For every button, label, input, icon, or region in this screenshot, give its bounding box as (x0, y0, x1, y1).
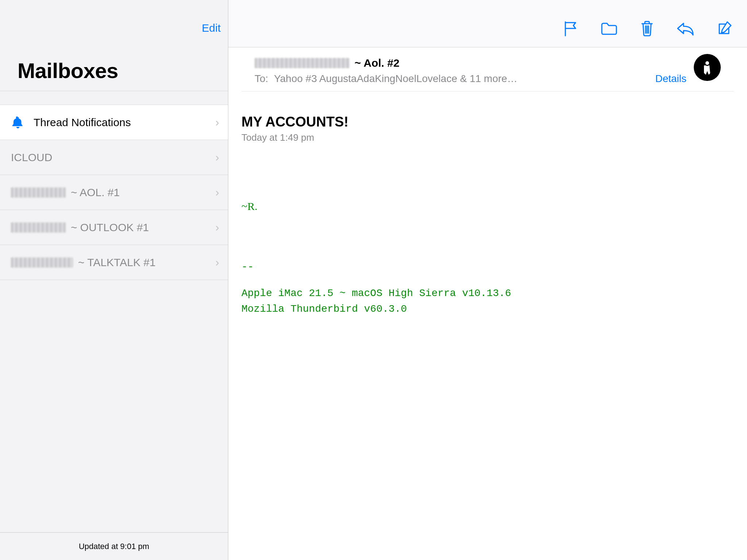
sidebar-item-aol[interactable]: ~ AOL. #1 › (0, 175, 228, 210)
to-recipients: Yahoo #3 AugustaAdaKingNoelLovelace & 11… (274, 73, 517, 84)
folder-icon[interactable] (600, 21, 618, 37)
message-body: ~R. -- Apple iMac 21.5 ~ macOS High Sier… (241, 143, 734, 317)
sidebar-header: Edit Mailboxes (0, 0, 228, 91)
redacted-text (11, 257, 73, 268)
sidebar-item-talktalk[interactable]: ~ TALKTALK #1 › (0, 245, 228, 280)
sidebar-item-label: ~ TALKTALK #1 (78, 256, 156, 269)
sidebar-item-thread-notifications[interactable]: Thread Notifications › (0, 105, 228, 140)
message-pane: ~ Aol. #2 To: Yahoo #3 AugustaAdaKingNoe… (228, 0, 747, 560)
compose-icon[interactable] (716, 20, 732, 38)
body-sig-line1: Apple iMac 21.5 ~ macOS High Sierra v10.… (241, 285, 734, 301)
from-suffix: ~ Aol. #2 (355, 57, 399, 69)
body-signature-name: ~R. (241, 198, 734, 215)
details-button[interactable]: Details (655, 73, 686, 85)
sidebar-item-label: ICLOUD (11, 151, 52, 164)
redacted-text (11, 222, 66, 233)
redacted-sender (255, 58, 349, 68)
sidebar-footer: Updated at 9:01 pm (0, 532, 228, 560)
sidebar-spacer (0, 91, 228, 105)
to-label: To: (255, 73, 268, 84)
redacted-text (11, 187, 66, 198)
message-header: ~ Aol. #2 To: Yahoo #3 AugustaAdaKingNoe… (241, 47, 734, 92)
sidebar-item-icloud[interactable]: ICLOUD › (0, 140, 228, 175)
from-row[interactable]: ~ Aol. #2 (255, 57, 721, 69)
body-sig-line2: Mozilla Thunderbird v60.3.0 (241, 301, 734, 317)
edit-button[interactable]: Edit (202, 22, 221, 34)
chevron-right-icon: › (215, 116, 219, 129)
sidebar-item-outlook[interactable]: ~ OUTLOOK #1 › (0, 210, 228, 245)
subject-block: MY ACCOUNTS! Today at 1:49 pm (241, 92, 734, 143)
chevron-right-icon: › (215, 221, 219, 234)
message-date: Today at 1:49 pm (241, 132, 734, 143)
reply-icon[interactable] (676, 21, 694, 37)
message-subject: MY ACCOUNTS! (241, 114, 734, 130)
bell-icon (11, 116, 25, 129)
status-text: Updated at 9:01 pm (79, 542, 149, 551)
page-title: Mailboxes (18, 58, 118, 83)
chevron-right-icon: › (215, 186, 219, 199)
chevron-right-icon: › (215, 151, 219, 164)
avatar[interactable] (694, 54, 721, 81)
sidebar-item-label: Thread Notifications (34, 116, 131, 129)
sidebar: Edit Mailboxes Thread Notifications › IC… (0, 0, 228, 560)
chevron-right-icon: › (215, 256, 219, 269)
message-toolbar (228, 0, 747, 47)
flag-icon[interactable] (563, 20, 578, 38)
sidebar-item-label: ~ AOL. #1 (71, 186, 120, 199)
svg-point-0 (705, 61, 709, 65)
svg-rect-1 (704, 65, 705, 73)
sidebar-item-label: ~ OUTLOOK #1 (71, 221, 149, 234)
to-row[interactable]: To: Yahoo #3 AugustaAdaKingNoelLovelace … (255, 73, 721, 85)
body-separator: -- (241, 259, 734, 275)
trash-icon[interactable] (640, 20, 654, 38)
